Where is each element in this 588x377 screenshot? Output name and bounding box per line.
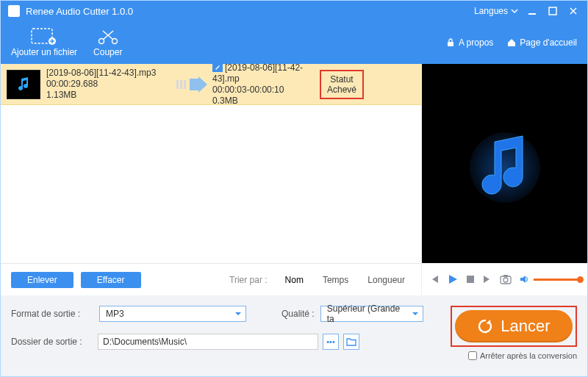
source-size: 1.13MB bbox=[46, 90, 171, 101]
film-add-icon bbox=[31, 28, 57, 46]
volume-control bbox=[519, 274, 581, 284]
add-file-label: Ajouter un fichier bbox=[11, 47, 77, 57]
sort-label: Trier par : bbox=[229, 275, 268, 285]
prev-button[interactable] bbox=[429, 273, 440, 286]
stop-after-label: Arrêter après la conversion bbox=[480, 351, 577, 360]
home-label: Page d'accueil bbox=[520, 37, 577, 48]
volume-slider[interactable] bbox=[534, 279, 581, 281]
music-note-icon bbox=[15, 76, 32, 93]
launch-highlight: Lancer bbox=[451, 306, 577, 347]
settings: Format de sortie : MP3 Qualité : Supérie… bbox=[11, 306, 430, 369]
bottom-panel: Format de sortie : MP3 Qualité : Supérie… bbox=[1, 295, 587, 376]
status-label: Statut bbox=[323, 74, 361, 85]
play-button[interactable] bbox=[447, 273, 459, 286]
quality-select[interactable]: Supérieur (Grande ta bbox=[320, 306, 423, 322]
output-folder-input[interactable]: D:\Documents\Music\ bbox=[98, 334, 318, 350]
home-icon bbox=[506, 37, 517, 48]
remove-button[interactable]: Enlever bbox=[11, 272, 74, 288]
format-label: Format de sortie : bbox=[11, 309, 93, 319]
launch-label: Lancer bbox=[501, 317, 550, 336]
browse-folder-button[interactable] bbox=[343, 334, 359, 350]
format-select[interactable]: MP3 bbox=[99, 306, 246, 322]
svg-rect-8 bbox=[180, 80, 182, 89]
right-pane bbox=[421, 64, 587, 295]
launch-area: Lancer Arrêter après la conversion bbox=[430, 306, 577, 369]
sort-by-time[interactable]: Temps bbox=[323, 275, 348, 285]
cut-button[interactable]: Couper bbox=[93, 28, 122, 57]
about-link[interactable]: A propos bbox=[445, 37, 493, 48]
maximize-button[interactable] bbox=[546, 4, 559, 18]
source-info: [2019-08-06][11-42-43].mp3 00:00:29.688 … bbox=[46, 68, 171, 101]
status-value: Achevé bbox=[323, 85, 361, 95]
quality-label: Qualité : bbox=[282, 309, 315, 319]
list-item[interactable]: [2019-08-06][11-42-43].mp3 00:00:29.688 … bbox=[1, 64, 421, 105]
list-footer: Enlever Effacer Trier par : Nom Temps Lo… bbox=[1, 263, 421, 295]
close-icon bbox=[569, 7, 578, 15]
svg-rect-14 bbox=[503, 275, 508, 277]
svg-rect-7 bbox=[176, 80, 179, 89]
main-area: [2019-08-06][11-42-43].mp3 00:00:29.688 … bbox=[1, 64, 587, 295]
next-button[interactable] bbox=[482, 273, 492, 286]
about-label: A propos bbox=[459, 37, 493, 48]
status-badge: Statut Achevé bbox=[320, 70, 364, 99]
volume-icon bbox=[519, 274, 529, 284]
launch-button[interactable]: Lancer bbox=[455, 310, 573, 342]
stop-button[interactable] bbox=[466, 273, 475, 286]
titlebar: Renee Audio Cutter 1.0.0 Langues bbox=[1, 1, 587, 21]
edit-badge-icon bbox=[212, 64, 223, 72]
svg-point-13 bbox=[503, 278, 508, 282]
file-list: [2019-08-06][11-42-43].mp3 00:00:29.688 … bbox=[1, 64, 421, 263]
destination-size: 0.3MB bbox=[212, 96, 315, 107]
minimize-button[interactable] bbox=[526, 4, 539, 18]
lock-icon bbox=[445, 37, 456, 48]
left-pane: [2019-08-06][11-42-43].mp3 00:00:29.688 … bbox=[1, 64, 421, 295]
app-logo bbox=[8, 5, 20, 17]
preview-area bbox=[422, 64, 587, 263]
snapshot-button[interactable] bbox=[500, 273, 512, 286]
svg-rect-9 bbox=[184, 80, 186, 89]
source-duration: 00:00:29.688 bbox=[46, 79, 171, 90]
language-label: Langues bbox=[474, 6, 508, 16]
close-button[interactable] bbox=[567, 4, 580, 18]
sort-by-name[interactable]: Nom bbox=[285, 275, 304, 285]
svg-rect-1 bbox=[549, 7, 556, 15]
svg-rect-11 bbox=[467, 276, 474, 283]
player-controls bbox=[422, 263, 587, 295]
cut-label: Couper bbox=[93, 47, 122, 57]
destination-info: [2019-08-06][11-42-43].mp 00:00:03-00:00… bbox=[212, 64, 315, 107]
arrow-icon bbox=[171, 76, 212, 93]
stop-after-checkbox[interactable]: Arrêter après la conversion bbox=[468, 351, 577, 360]
maximize-icon bbox=[548, 7, 557, 15]
chevron-down-icon bbox=[511, 7, 518, 15]
destination-name: [2019-08-06][11-42-43].mp bbox=[212, 64, 303, 84]
more-button[interactable]: ••• bbox=[323, 334, 339, 350]
app-window: Renee Audio Cutter 1.0.0 Langues Ajouter bbox=[0, 0, 588, 377]
stop-after-input[interactable] bbox=[468, 351, 477, 360]
svg-rect-6 bbox=[448, 42, 453, 46]
folder-icon bbox=[346, 337, 356, 346]
app-title: Renee Audio Cutter 1.0.0 bbox=[26, 6, 133, 17]
svg-rect-0 bbox=[528, 13, 536, 15]
source-name: [2019-08-06][11-42-43].mp3 bbox=[46, 68, 171, 79]
refresh-icon bbox=[477, 318, 493, 334]
thumbnail bbox=[7, 70, 40, 99]
more-icon: ••• bbox=[326, 337, 335, 346]
add-file-button[interactable]: Ajouter un fichier bbox=[11, 28, 77, 57]
scissors-icon bbox=[95, 28, 121, 46]
language-menu[interactable]: Langues bbox=[474, 6, 518, 16]
home-link[interactable]: Page d'accueil bbox=[506, 37, 577, 48]
clear-button[interactable]: Effacer bbox=[81, 272, 141, 288]
toolbar: Ajouter un fichier Couper A propos Page … bbox=[1, 21, 587, 64]
folder-label: Dossier de sortie : bbox=[11, 337, 93, 347]
preview-music-icon bbox=[461, 120, 549, 208]
minimize-icon bbox=[528, 7, 537, 15]
destination-range: 00:00:03-00:00:10 bbox=[212, 85, 315, 96]
sort-by-length[interactable]: Longueur bbox=[368, 275, 405, 285]
